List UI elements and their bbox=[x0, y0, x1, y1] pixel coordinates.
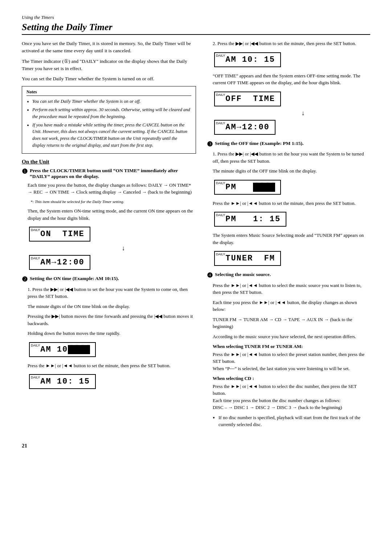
step-3-display-1: DAILY PM ▐▐▐▐ bbox=[214, 178, 370, 197]
display-on-time: DAILY ON TIME bbox=[29, 227, 90, 242]
note-item-2: Perform each setting within approx. 30 s… bbox=[32, 106, 191, 120]
notes-title: Notes bbox=[26, 89, 191, 96]
step-2-heading: Setting the ON time (Example: AM 10:15). bbox=[30, 276, 119, 281]
step-1-body: Each time you press the button, the disp… bbox=[28, 182, 196, 196]
step-2-step1c: Pressing the ▶▶| button moves the time f… bbox=[28, 313, 196, 327]
step-2-step1b: The minute digits of the ON time blink o… bbox=[28, 303, 196, 310]
display-pm-115: DAILY PM 1: 15 bbox=[214, 212, 286, 227]
step-2-number: ❷ bbox=[22, 276, 28, 284]
sub-section-tuner-title: When selecting TUNER FM or TUNER AM: bbox=[213, 343, 370, 350]
display-tuner-fm: DAILY TUNER FM bbox=[214, 251, 281, 266]
display-am-1200: DAILY AM→12:00 bbox=[29, 255, 90, 270]
step-3-number: ❸ bbox=[207, 141, 213, 149]
display-am-1015-right: DAILY AM 10: 15 bbox=[214, 52, 281, 67]
step-3-step2: Press the ►►| or |◄◄ button to set the m… bbox=[213, 200, 370, 207]
step-3-step1b: The minute digits of the OFF time blink … bbox=[213, 167, 370, 175]
step-2-step1: 1. Press the ▶▶| or |◀◀ button to set th… bbox=[28, 286, 196, 300]
section-header: Using the Timers bbox=[22, 15, 370, 20]
step-2-display-1: DAILY AM 10▐▐▐▐ bbox=[29, 340, 196, 359]
intro-p2: The Timer indicator (①) and "DAILY" indi… bbox=[22, 58, 196, 73]
step-4-body2: Each time you press the ►►| or |◄◄ butto… bbox=[213, 299, 370, 313]
display-am-1015: DAILY AM 10: 15 bbox=[29, 374, 96, 389]
display-am-blink: DAILY AM 10▐▐▐▐ bbox=[29, 342, 96, 357]
step-1-subnote: *: This item should be selected for the … bbox=[30, 199, 196, 205]
step-1-heading: Press the CLOCK/TIMER button until “ON T… bbox=[30, 168, 196, 179]
sub-section-tuner-text: Press the ►►| or |◄◄ button to select th… bbox=[213, 351, 370, 372]
step-2-step2: Press the ►►| or |◄◄ button to set the m… bbox=[28, 362, 196, 369]
page-title: Setting the Daily Timer bbox=[22, 22, 370, 35]
display-pm-blink: DAILY PM ▐▐▐▐ bbox=[214, 180, 281, 195]
step-2-step1d: Holding down the button moves the time r… bbox=[28, 330, 196, 337]
step-3-display-2: DAILY PM 1: 15 bbox=[214, 210, 370, 229]
step-3-after: The System enters Music Source Selecting… bbox=[213, 232, 370, 246]
sub-section-cd-text: Press the ►►| or |◄◄ button to select th… bbox=[213, 383, 370, 411]
note-item-1: You can set the Daily Timer whether the … bbox=[32, 98, 191, 105]
step-4-sequence: TUNER FM → TUNER AM → CD → TAPE → AUX IN… bbox=[213, 316, 370, 330]
step-4-body3: According to the music source you have s… bbox=[213, 333, 370, 340]
sub-section-cd-bullet: If no disc number is specified, playback… bbox=[219, 414, 370, 428]
intro-p3: You can set the Daily Timer whether the … bbox=[22, 75, 196, 82]
step-3-heading: Setting the OFF time (Example: PM 1:15). bbox=[215, 141, 303, 146]
step-2-block: ❷ Setting the ON time (Example: AM 10:15… bbox=[22, 276, 196, 391]
arrow-down-2: ↓ bbox=[236, 109, 370, 117]
display-am-1200-2: DAILY AM→12:00 bbox=[214, 120, 275, 135]
step-1-number: ❶ bbox=[22, 168, 28, 176]
intro-p1: Once you have set the Daily Timer, it is… bbox=[22, 40, 196, 55]
step-4-number: ❹ bbox=[207, 272, 213, 280]
step-1-body2: Then, the System enters ON-time setting … bbox=[28, 207, 196, 222]
notes-box: Notes You can set the Daily Timer whethe… bbox=[22, 86, 196, 153]
arrow-down-1: ↓ bbox=[51, 244, 196, 252]
on-the-unit-label: On the Unit bbox=[22, 159, 196, 165]
step-3-display-3: DAILY TUNER FM bbox=[214, 249, 370, 268]
display-off-time: DAILY OFF TIME bbox=[214, 92, 281, 106]
notes-list: You can set the Daily Timer whether the … bbox=[26, 98, 191, 149]
page-number: 21 bbox=[22, 443, 370, 449]
step-1-block: ❶ Press the CLOCK/TIMER button until “ON… bbox=[22, 168, 196, 272]
step-1-displays: DAILY ON TIME ↓ DAILY AM→12:00 bbox=[29, 224, 196, 272]
step-3-block: ❸ Setting the OFF time (Example: PM 1:15… bbox=[207, 141, 370, 268]
step-3-step1: 1. Press the ▶▶| or |◀◀ button to set th… bbox=[213, 150, 370, 165]
sub-section-cd-title: When selecting CD : bbox=[213, 375, 370, 382]
step-4-body: Press the ►►| or |◄◄ button to select th… bbox=[213, 282, 370, 296]
step-2-display-2: DAILY AM 10: 15 bbox=[29, 372, 196, 391]
step-4-block: ❹ Selecting the music source. Press the … bbox=[207, 272, 370, 428]
step-2-displays-3: DAILY OFF TIME ↓ DAILY AM→12:00 bbox=[214, 89, 370, 137]
step-2-after-text: 2. Press the ▶▶| or |◀◀ button to set th… bbox=[213, 40, 370, 47]
step-4-heading: Selecting the music source. bbox=[215, 272, 271, 278]
step-2-after: “OFF TIME” appears and then the System e… bbox=[213, 72, 370, 86]
step-2-right: 2. Press the ▶▶| or |◀◀ button to set th… bbox=[207, 40, 370, 137]
note-item-3: If you have made a mistake while setting… bbox=[32, 122, 191, 149]
step-2-display-right: DAILY AM 10: 15 bbox=[214, 50, 370, 69]
